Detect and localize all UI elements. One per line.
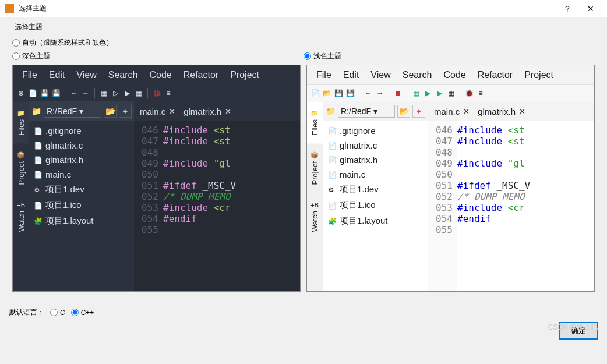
forward-icon[interactable]: → <box>375 89 384 98</box>
file-item[interactable]: 📄glmatrix.h <box>327 153 424 167</box>
file-item[interactable]: 📄glmatrix.c <box>33 138 130 153</box>
back-icon[interactable]: ← <box>69 89 79 98</box>
tab-label: glmatrix.h <box>478 107 516 116</box>
build-run-icon[interactable]: ▶ <box>435 89 444 98</box>
save-icon[interactable]: 💾 <box>334 89 343 98</box>
run-icon[interactable]: ▶ <box>423 89 432 98</box>
side-tab-files[interactable]: Files📁 <box>13 101 29 143</box>
rebuild-icon[interactable]: ▦ <box>446 89 456 98</box>
menu-refactor[interactable]: Refactor <box>178 70 224 80</box>
code-lines: #include <st#include <st #include "gl #i… <box>163 121 300 291</box>
rebuild-icon[interactable]: ▦ <box>134 89 143 98</box>
tab-label: glmatrix.h <box>183 107 221 116</box>
side-tab-project[interactable]: Project📦 <box>307 143 323 193</box>
open-icon[interactable]: 📂 <box>322 89 331 98</box>
editor-tab[interactable]: main.c✕ <box>140 107 175 116</box>
close-tab-icon[interactable]: ✕ <box>169 107 175 116</box>
radio-light[interactable] <box>304 52 311 60</box>
file-name: main.c <box>45 169 71 179</box>
menu-project[interactable]: Project <box>518 70 559 80</box>
new-file-icon[interactable]: 📄 <box>310 89 320 98</box>
theme-option-auto[interactable]: 自动（跟随系统样式和颜色） <box>12 38 113 48</box>
new-file-icon[interactable]: ⊕ <box>16 89 26 98</box>
side-tab-watch[interactable]: Watch+B <box>13 193 29 240</box>
open-folder-icon[interactable]: 📂 <box>397 105 410 118</box>
open-icon[interactable]: 📄 <box>28 89 37 98</box>
file-icon: 📄 <box>328 127 336 135</box>
file-item[interactable]: 🧩项目1.layout <box>33 213 130 229</box>
grid-icon[interactable]: ▦ <box>99 89 108 98</box>
open-folder-icon[interactable]: 📂 <box>104 105 117 118</box>
menu-edit[interactable]: Edit <box>43 70 71 80</box>
side-tab-project[interactable]: Project📦 <box>13 143 29 193</box>
file-item[interactable]: 📄项目1.ico <box>327 197 424 213</box>
radio-auto[interactable] <box>12 39 20 47</box>
forward-icon[interactable]: → <box>81 89 90 98</box>
menu-search[interactable]: Search <box>103 70 144 80</box>
file-item[interactable]: 🧩项目1.layout <box>327 213 424 229</box>
help-button[interactable]: ? <box>556 4 579 13</box>
close-tab-icon[interactable]: ✕ <box>519 107 525 116</box>
debug-icon[interactable]: 🐞 <box>464 89 474 98</box>
menu-search[interactable]: Search <box>397 70 438 80</box>
gutter: 046047048049050051052053054055 <box>428 121 457 291</box>
menu-code[interactable]: Code <box>143 70 177 80</box>
file-icon: 📄 <box>328 142 336 150</box>
editor-tab[interactable]: glmatrix.h✕ <box>478 107 525 116</box>
locate-icon[interactable]: ⌖ <box>119 105 132 118</box>
lang-cpp-option[interactable]: C++ <box>71 309 94 317</box>
file-item[interactable]: ⚙项目1.dev <box>33 182 130 197</box>
run-icon[interactable]: ▷ <box>111 89 120 98</box>
titlebar: 选择主题 ? ✕ <box>0 0 607 17</box>
menu-code[interactable]: Code <box>437 70 471 80</box>
back-icon[interactable]: ← <box>364 89 373 98</box>
debug-icon[interactable]: 🐞 <box>152 89 161 98</box>
menu-file[interactable]: File <box>16 70 43 80</box>
editor-tab[interactable]: glmatrix.h✕ <box>183 107 231 116</box>
side-tab-files[interactable]: Files📁 <box>307 101 323 143</box>
file-item[interactable]: 📄项目1.ico <box>33 197 130 213</box>
close-button[interactable]: ✕ <box>579 4 602 13</box>
menu-project[interactable]: Project <box>224 70 265 80</box>
file-item[interactable]: 📄main.c <box>327 167 424 182</box>
radio-lang-c[interactable] <box>50 309 58 316</box>
file-item[interactable]: 📄.gitignore <box>327 123 424 138</box>
file-name: 项目1.layout <box>340 215 388 227</box>
lang-c-option[interactable]: C <box>50 309 65 317</box>
list-icon[interactable]: ≡ <box>164 89 173 98</box>
file-item[interactable]: 📄main.c <box>33 167 130 182</box>
file-item[interactable]: 📄glmatrix.h <box>33 153 130 167</box>
watermark: CSDN @难上吧 <box>548 323 598 333</box>
stop-icon[interactable]: ◼ <box>393 89 403 98</box>
save-icon[interactable]: 💾 <box>40 89 49 98</box>
file-item[interactable]: 📄.gitignore <box>33 123 130 138</box>
path-field[interactable]: R:/RedF ▾ <box>44 105 101 118</box>
grid-icon[interactable]: ▦ <box>411 89 421 98</box>
file-item[interactable]: 📄glmatrix.c <box>327 138 424 153</box>
locate-icon[interactable]: ⌖ <box>412 105 425 118</box>
close-tab-icon[interactable]: ✕ <box>225 107 231 116</box>
side-tab-watch[interactable]: Watch+B <box>307 193 323 240</box>
save-all-icon[interactable]: 💾 <box>345 89 355 98</box>
menu-refactor[interactable]: Refactor <box>472 70 518 80</box>
side-tabs: Files📁Project📦Watch+B <box>307 101 323 291</box>
menu-edit[interactable]: Edit <box>337 70 365 80</box>
theme-option-dark[interactable]: 深色主题 <box>12 51 50 61</box>
build-run-icon[interactable]: ▶ <box>122 89 132 98</box>
radio-dark[interactable] <box>12 52 20 60</box>
file-icon: 📄 <box>328 171 336 179</box>
menu-view[interactable]: View <box>365 70 396 80</box>
radio-lang-cpp[interactable] <box>71 309 79 316</box>
app-icon <box>5 4 14 13</box>
menu-view[interactable]: View <box>70 70 102 80</box>
save-all-icon[interactable]: 💾 <box>51 89 61 98</box>
file-item[interactable]: ⚙项目1.dev <box>327 182 424 197</box>
file-name: .gitignore <box>45 126 82 136</box>
editor-tab[interactable]: main.c✕ <box>434 107 470 116</box>
theme-option-light[interactable]: 浅色主题 <box>304 51 595 61</box>
preview-row: FileEditViewSearchCodeRefactorProject ⊕ … <box>12 65 595 292</box>
close-tab-icon[interactable]: ✕ <box>463 107 470 116</box>
path-field[interactable]: R:/RedF ▾ <box>338 105 395 118</box>
menu-file[interactable]: File <box>310 70 337 80</box>
list-icon[interactable]: ≡ <box>476 89 485 98</box>
